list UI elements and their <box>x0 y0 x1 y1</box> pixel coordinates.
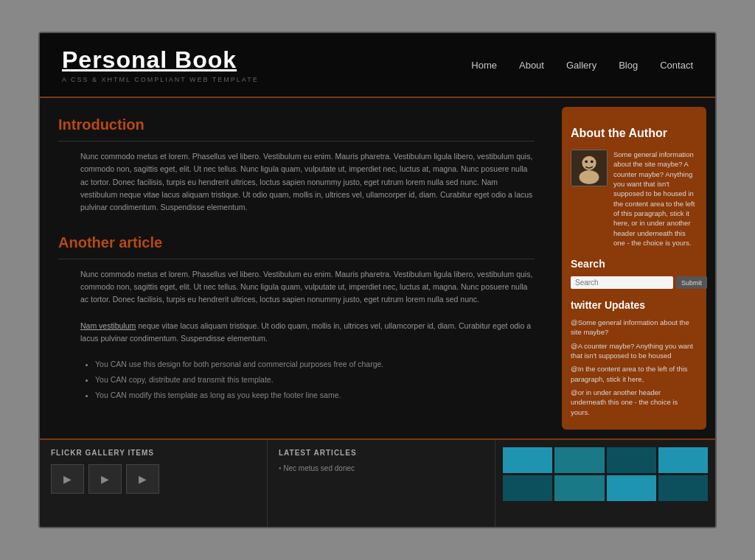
blue-tile-7 <box>658 475 708 501</box>
another-body1: Nunc commodo metus et lorem. Phasellus v… <box>80 268 535 307</box>
blue-tiles <box>503 447 708 501</box>
nav-home[interactable]: Home <box>471 60 497 71</box>
footer-blue-col <box>495 440 715 527</box>
site-nav: Home About Gallery Blog Contact <box>471 60 693 71</box>
sidebar-box: About the Author <box>562 107 706 430</box>
twitter-item-0: @Some general information about the site… <box>571 318 697 337</box>
intro-title: Introduction <box>58 113 535 141</box>
blue-tile-0 <box>503 447 552 473</box>
twitter-item-2: @In the content area to the left of this… <box>571 364 697 384</box>
blue-tile-6 <box>607 475 656 501</box>
bullet-2: You CAN modify this template as long as … <box>95 389 535 402</box>
svg-point-4 <box>591 161 594 164</box>
intro-body: Nunc commodo metus et lorem. Phasellus v… <box>80 150 535 214</box>
bullet-0: You CAN use this design for both persona… <box>95 358 535 371</box>
author-desc: Some general information about the site … <box>613 150 697 248</box>
about-title: About the Author <box>571 125 697 142</box>
twitter-title: twitter Updates <box>571 298 697 313</box>
nav-blog[interactable]: Blog <box>619 60 638 71</box>
search-row: Submit <box>571 276 697 289</box>
twitter-item-1: @A counter maybe? Anything you want that… <box>571 341 697 361</box>
gallery-thumbs: ▶ ▶ ▶ <box>51 464 256 494</box>
site-footer: FLICKR GALLERY ITEMS ▶ ▶ ▶ LATEST ARTICL… <box>40 438 715 527</box>
sidebar: About the Author <box>553 98 715 438</box>
play-icon-1: ▶ <box>101 473 109 485</box>
footer-gallery-col: FLICKR GALLERY ITEMS ▶ ▶ ▶ <box>40 440 268 527</box>
search-input[interactable] <box>571 276 673 289</box>
search-title: Search <box>571 256 697 272</box>
gallery-title: FLICKR GALLERY ITEMS <box>51 449 256 457</box>
footer-articles-col: LATEST ARTICLES Nec metus sed donec <box>268 440 495 527</box>
site-title: Personal Book <box>62 46 259 74</box>
avatar <box>571 150 608 186</box>
nav-about[interactable]: About <box>519 60 544 71</box>
twitter-section: twitter Updates @Some general informatio… <box>571 298 697 417</box>
nav-contact[interactable]: Contact <box>660 60 693 71</box>
twitter-item-3: @or in under another header underneath t… <box>571 388 697 417</box>
search-button[interactable]: Submit <box>676 276 707 289</box>
bullet-list: You CAN use this design for both persona… <box>95 358 535 401</box>
blue-tile-3 <box>658 447 708 473</box>
site-title-block: Personal Book A CSS & XHTML COMPLIANT WE… <box>62 46 259 83</box>
blue-tile-5 <box>554 475 604 501</box>
bullet-1: You CAN copy, distribute and transmit th… <box>95 374 535 386</box>
search-section: Search Submit <box>571 256 697 289</box>
author-info: Some general information about the site … <box>571 150 697 248</box>
footer-article-0: Nec metus sed donec <box>279 464 484 472</box>
play-icon-2: ▶ <box>139 473 147 485</box>
blue-tile-1 <box>554 447 604 473</box>
gallery-thumb-2[interactable]: ▶ <box>126 464 159 494</box>
play-icon-0: ▶ <box>63 473 72 485</box>
content-area: Introduction Nunc commodo metus et lorem… <box>40 98 553 438</box>
another-body2-post: neque vitae lacus aliquam tristique. Ut … <box>80 321 531 343</box>
another-body2: Nam vestibulum neque vitae lacus aliquam… <box>80 320 535 346</box>
article-introduction: Introduction Nunc commodo metus et lorem… <box>58 113 535 214</box>
gallery-thumb-0[interactable]: ▶ <box>51 464 84 494</box>
site-subtitle: A CSS & XHTML COMPLIANT WEB TEMPLATE <box>62 76 259 83</box>
article-another: Another article Nunc commodo metus et lo… <box>58 231 535 402</box>
articles-title: LATEST ARTICLES <box>279 449 484 457</box>
blue-tile-2 <box>607 447 656 473</box>
another-title: Another article <box>58 231 535 259</box>
main-layout: Introduction Nunc commodo metus et lorem… <box>40 98 715 438</box>
underline-text: Nam vestibulum <box>80 321 136 330</box>
svg-point-3 <box>585 161 588 164</box>
gallery-thumb-1[interactable]: ▶ <box>88 464 122 494</box>
blue-tile-4 <box>503 475 552 501</box>
svg-point-2 <box>580 170 599 184</box>
site-header: Personal Book A CSS & XHTML COMPLIANT WE… <box>40 33 715 98</box>
about-section: About the Author <box>571 125 697 248</box>
nav-gallery[interactable]: Gallery <box>566 60 596 71</box>
